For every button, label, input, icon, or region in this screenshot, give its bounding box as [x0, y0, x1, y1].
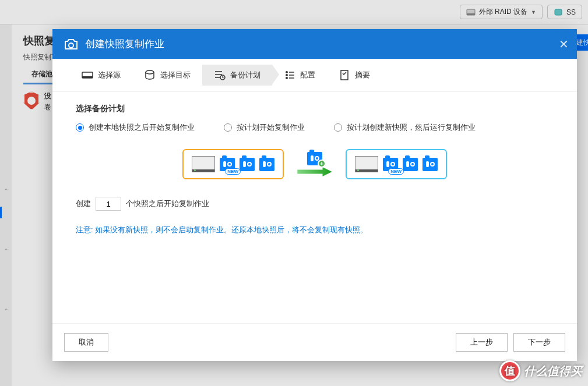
modal-title: 创建快照复制作业 [85, 37, 164, 51]
step-label: 选择源 [98, 70, 121, 80]
add-snapshot-icon: + [307, 152, 322, 165]
step-label: 选择目标 [160, 70, 191, 80]
snapshot-icon: NEW [220, 158, 235, 171]
source-box: NEW [182, 149, 284, 179]
step-configure[interactable]: 配置 [272, 65, 327, 86]
svg-point-13 [286, 74, 288, 76]
close-icon[interactable]: ✕ [559, 37, 569, 51]
step-summary[interactable]: 摘要 [327, 65, 382, 86]
plus-icon: + [318, 160, 326, 168]
prev-button[interactable]: 上一步 [456, 333, 508, 352]
radio-option-scheduled-new[interactable]: 按计划创建新快照，然后运行复制作业 [334, 122, 476, 133]
hdd-icon [192, 156, 215, 172]
watermark-badge: 值 [499, 360, 520, 381]
step-label: 备份计划 [230, 70, 260, 80]
camera-icon [63, 38, 79, 51]
source-icon [82, 69, 93, 81]
schedule-icon [214, 69, 226, 81]
svg-point-6 [146, 70, 154, 74]
radio-icon [76, 123, 84, 132]
configure-icon [284, 69, 295, 81]
radio-label: 按计划创建新快照，然后运行复制作业 [347, 122, 476, 133]
replication-diagram: NEW + NEW [76, 149, 554, 179]
radio-option-after-local[interactable]: 创建本地快照之后开始复制作业 [76, 122, 195, 133]
snapshot-icon: NEW [383, 158, 398, 171]
new-badge: NEW [388, 168, 404, 175]
step-label: 配置 [300, 70, 315, 80]
radio-icon [334, 123, 342, 132]
summary-icon [339, 69, 350, 81]
svg-point-11 [286, 71, 288, 73]
radio-label: 创建本地快照之后开始复制作业 [89, 122, 195, 133]
snapshot-icon [422, 158, 438, 171]
watermark: 值 什么值得买 [499, 360, 582, 381]
note-text: 注意: 如果没有新快照，则不会启动复制作业。还原本地快照后，将不会复制现有快照。 [76, 225, 554, 235]
cancel-button[interactable]: 取消 [64, 333, 108, 352]
target-box: NEW [346, 149, 447, 179]
svg-point-15 [286, 77, 288, 79]
svg-rect-5 [82, 76, 93, 78]
arrow-icon [294, 167, 335, 177]
modal-header: 创建快照复制作业 ✕ [52, 29, 577, 59]
radio-icon [224, 123, 232, 132]
snapshot-count-input[interactable] [96, 197, 121, 211]
create-replication-dialog: 创建快照复制作业 ✕ 选择源 选择目标 备份计划 配置 摘要 选择备份计划 [52, 29, 577, 361]
step-select-target[interactable]: 选择目标 [132, 65, 202, 86]
snapshot-icon [259, 158, 274, 171]
svg-rect-17 [341, 70, 348, 80]
new-badge: NEW [225, 168, 241, 175]
step-label: 摘要 [355, 70, 370, 80]
radio-option-scheduled[interactable]: 按计划开始复制作业 [224, 122, 305, 133]
wizard-steps: 选择源 选择目标 备份计划 配置 摘要 [52, 59, 577, 92]
target-icon [144, 69, 156, 81]
svg-point-3 [69, 43, 73, 48]
hdd-icon [355, 156, 378, 172]
radio-label: 按计划开始复制作业 [237, 122, 305, 133]
create-suffix: 个快照之后开始复制作业 [126, 199, 209, 209]
create-label: 创建 [76, 199, 91, 209]
step-backup-plan[interactable]: 备份计划 [202, 65, 272, 86]
snapshot-icon [403, 158, 418, 171]
section-title: 选择备份计划 [76, 104, 554, 114]
watermark-text: 什么值得买 [524, 363, 582, 379]
step-select-source[interactable]: 选择源 [70, 65, 132, 86]
snapshot-icon [240, 158, 255, 171]
next-button[interactable]: 下一步 [513, 333, 565, 352]
